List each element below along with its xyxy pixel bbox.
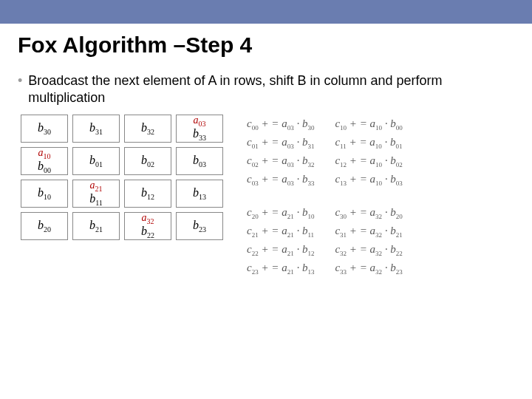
matrix-cell: b02 xyxy=(124,147,171,175)
bullet-icon: • xyxy=(18,72,22,89)
equation: c02 + = a03 · b32 xyxy=(247,154,314,168)
matrix-cell: a32b22 xyxy=(124,212,171,240)
equation: c01 + = a03 · b31 xyxy=(247,136,314,150)
matrix-cell: b03 xyxy=(176,147,223,175)
equation: c13 + = a10 · b03 xyxy=(335,173,402,187)
slide-accent-bar xyxy=(0,0,532,24)
equation: c33 + = a32 · b23 xyxy=(335,262,402,276)
matrix-cell: b12 xyxy=(124,180,171,208)
bullet-text: Broadcast the next element of A in rows,… xyxy=(28,72,514,106)
equation: c22 + = a21 · b12 xyxy=(247,243,314,257)
matrix-cell: b20 xyxy=(21,212,68,240)
matrix-cell: b23 xyxy=(176,212,223,240)
matrix-grid: b30b31b32a03b33a10b00b01b02b03b10a21b11b… xyxy=(21,115,223,276)
slide-title: Fox Algorithm –Step 4 xyxy=(18,33,514,58)
equation: c20 + = a21 · b10 xyxy=(247,206,314,220)
equation: c31 + = a32 · b21 xyxy=(335,225,402,239)
matrix-cell: b32 xyxy=(124,115,171,143)
equation: c11 + = a10 · b01 xyxy=(335,136,402,150)
matrix-cell: b21 xyxy=(72,212,120,240)
matrix-cell: b30 xyxy=(21,115,68,143)
slide-content: Fox Algorithm –Step 4 • Broadcast the ne… xyxy=(0,24,532,276)
matrix-cell: a21b11 xyxy=(72,180,120,208)
matrix-cell: a03b33 xyxy=(176,115,223,143)
matrix-cell: b01 xyxy=(72,147,120,175)
equation: c21 + = a21 · b11 xyxy=(247,225,314,239)
equation: c30 + = a32 · b20 xyxy=(335,206,402,220)
matrix-cell: a10b00 xyxy=(21,147,68,175)
matrix-cell: b13 xyxy=(176,180,223,208)
equation: c32 + = a32 · b22 xyxy=(335,243,402,257)
bullet-item: • Broadcast the next element of A in row… xyxy=(18,72,514,106)
equation: c23 + = a21 · b13 xyxy=(247,262,314,276)
matrix-cell: b31 xyxy=(72,115,120,143)
equation: c10 + = a10 · b00 xyxy=(335,117,402,132)
equations: c00 + = a03 · b30c10 + = a10 · b00c01 + … xyxy=(247,115,403,276)
equation: c12 + = a10 · b02 xyxy=(335,154,402,168)
equation: c03 + = a03 · b33 xyxy=(247,173,314,187)
equation: c00 + = a03 · b30 xyxy=(247,117,314,132)
matrix-cell: b10 xyxy=(21,180,68,208)
